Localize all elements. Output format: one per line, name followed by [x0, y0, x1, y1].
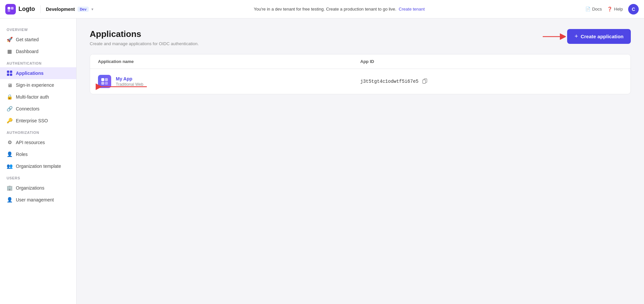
svg-rect-0 [5, 4, 16, 15]
app-name-cell: My App Traditional Web [98, 75, 360, 88]
banner-text: You're in a dev tenant for free testing.… [254, 7, 396, 12]
col-app-name: Application name [98, 59, 360, 64]
svg-rect-3 [8, 10, 10, 12]
roles-icon: 👤 [7, 151, 13, 157]
sidebar-item-roles[interactable]: 👤 Roles [0, 148, 76, 160]
user-mgmt-icon: 👤 [7, 197, 13, 203]
sidebar-label-sign-in: Sign-in experience [16, 82, 54, 88]
sidebar-label-get-started: Get started [16, 37, 39, 42]
sidebar-label-api: API resources [16, 140, 45, 145]
sign-in-icon: 🖥 [7, 82, 13, 88]
app-id-cell: j3t5tgt4c1odwtf5i67e5 [360, 78, 623, 85]
sidebar-item-sign-in-experience[interactable]: 🖥 Sign-in experience [0, 79, 76, 91]
create-btn-label: Create application [581, 34, 624, 39]
help-label: Help [614, 7, 623, 12]
sidebar-item-api-resources[interactable]: ⚙ API resources [0, 137, 76, 148]
app-info: My App Traditional Web [116, 76, 143, 87]
logo-text: Logto [18, 6, 35, 13]
page-subtitle: Create and manage applications for OIDC … [90, 41, 199, 46]
svg-rect-17 [423, 80, 426, 83]
sidebar-label-org-template: Organization template [16, 164, 61, 169]
applications-table: Application name App ID My App [90, 54, 631, 94]
lock-icon: 🔒 [7, 94, 13, 100]
page-title: Applications [90, 29, 199, 39]
copy-icon [422, 78, 428, 84]
svg-rect-12 [101, 78, 104, 81]
svg-rect-4 [7, 71, 9, 73]
sidebar: OVERVIEW 🚀 Get started ▦ Dashboard AUTHE… [0, 18, 77, 304]
sidebar-item-user-management[interactable]: 👤 User management [0, 194, 76, 206]
section-authentication-label: AUTHENTICATION [0, 57, 76, 67]
topbar-actions: 📄 Docs ❓ Help C [585, 4, 639, 15]
sidebar-label-roles: Roles [16, 152, 28, 157]
avatar[interactable]: C [628, 4, 639, 15]
docs-icon: 📄 [585, 7, 591, 12]
sidebar-label-mfa: Multi-factor auth [16, 94, 49, 100]
sidebar-item-applications[interactable]: Applications [0, 67, 76, 79]
layout: OVERVIEW 🚀 Get started ▦ Dashboard AUTHE… [0, 18, 644, 304]
svg-rect-2 [11, 7, 14, 10]
create-application-button[interactable]: + Create application [567, 29, 631, 44]
app-type: Traditional Web [116, 82, 143, 87]
table-header: Application name App ID [90, 54, 630, 69]
svg-rect-7 [10, 74, 12, 76]
page-header: Applications Create and manage applicati… [90, 29, 631, 46]
svg-rect-5 [10, 71, 12, 73]
sidebar-item-enterprise-sso[interactable]: 🔑 Enterprise SSO [0, 115, 76, 127]
create-btn-arrow-annotation [543, 33, 566, 40]
docs-button[interactable]: 📄 Docs [585, 7, 602, 12]
svg-rect-14 [101, 82, 104, 85]
sidebar-label-applications: Applications [16, 71, 44, 76]
dashboard-icon: ▦ [7, 48, 13, 54]
svg-rect-1 [8, 7, 10, 10]
header-actions: + Create application [567, 29, 631, 44]
help-icon: ❓ [607, 7, 612, 12]
svg-rect-15 [105, 82, 108, 85]
sidebar-label-enterprise-sso: Enterprise SSO [16, 118, 48, 123]
tenant-name: Development [46, 7, 75, 12]
sidebar-item-dashboard[interactable]: ▦ Dashboard [0, 46, 76, 57]
topbar: Logto Development Dev ▾ You're in a dev … [0, 0, 644, 18]
sidebar-item-get-started[interactable]: 🚀 Get started [0, 34, 76, 46]
svg-rect-6 [7, 74, 9, 76]
plus-icon: + [574, 33, 578, 40]
section-overview-label: OVERVIEW [0, 24, 76, 34]
get-started-icon: 🚀 [7, 37, 13, 43]
docs-label: Docs [592, 7, 602, 12]
app-name[interactable]: My App [116, 76, 143, 81]
app-icon-inner [101, 78, 108, 85]
section-users-label: USERS [0, 172, 76, 182]
dev-badge: Dev [78, 7, 89, 12]
table-row[interactable]: My App Traditional Web j3t5tgt4c1odwtf5i… [90, 69, 630, 94]
sidebar-label-dashboard: Dashboard [16, 49, 39, 54]
app-icon [98, 75, 111, 88]
avatar-initial: C [632, 7, 635, 12]
sidebar-label-organizations: Organizations [16, 185, 44, 191]
copy-app-id-button[interactable] [422, 78, 428, 85]
logo-area: Logto [5, 4, 35, 15]
sidebar-item-org-template[interactable]: 👥 Organization template [0, 160, 76, 172]
tenant-info[interactable]: Development Dev ▾ [46, 7, 93, 12]
help-button[interactable]: ❓ Help [607, 7, 623, 12]
sidebar-item-connectors[interactable]: 🔗 Connectors [0, 103, 76, 115]
sidebar-item-organizations[interactable]: 🏢 Organizations [0, 182, 76, 194]
col-app-id: App ID [360, 59, 623, 64]
svg-rect-13 [105, 78, 108, 81]
logto-logo-icon [5, 4, 16, 15]
sidebar-label-user-management: User management [16, 197, 54, 202]
api-icon: ⚙ [7, 139, 13, 145]
create-tenant-link[interactable]: Create tenant [399, 7, 425, 12]
page-title-block: Applications Create and manage applicati… [90, 29, 199, 46]
app-id-value: j3t5tgt4c1odwtf5i67e5 [360, 79, 418, 84]
sidebar-label-connectors: Connectors [16, 106, 40, 111]
sso-icon: 🔑 [7, 118, 13, 124]
organizations-icon: 🏢 [7, 185, 13, 191]
chevron-down-icon: ▾ [91, 7, 93, 12]
applications-icon [7, 70, 13, 76]
topbar-divider [40, 5, 41, 13]
banner: You're in a dev tenant for free testing.… [99, 7, 580, 12]
section-authorization-label: AUTHORIZATION [0, 127, 76, 137]
org-template-icon: 👥 [7, 163, 13, 169]
main-content: Applications Create and manage applicati… [77, 18, 644, 304]
sidebar-item-mfa[interactable]: 🔒 Multi-factor auth [0, 91, 76, 103]
